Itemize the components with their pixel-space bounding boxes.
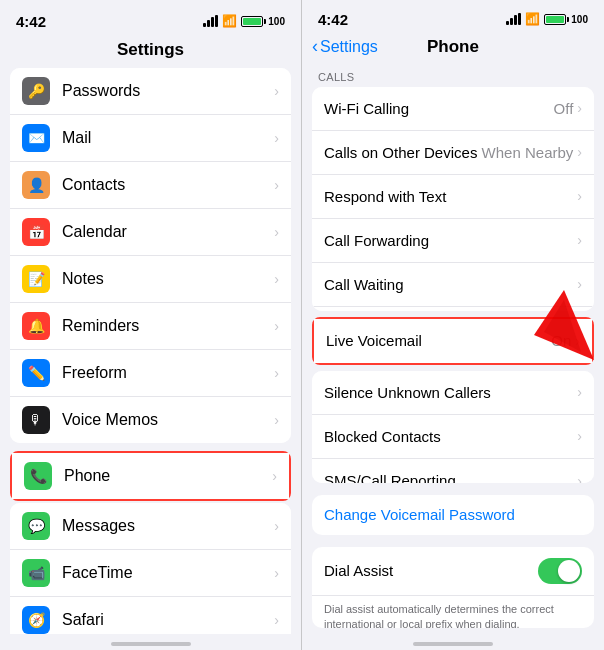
voicemail-list-group: Silence Unknown Callers › Blocked Contac… — [312, 371, 594, 483]
right-status-bar: 4:42 📶 100 — [302, 0, 604, 33]
contacts-icon: 👤 — [22, 171, 50, 199]
freeform-icon: ✏️ — [22, 359, 50, 387]
settings-item-notes[interactable]: 📝 Notes › — [10, 256, 291, 303]
sms-reporting-item[interactable]: SMS/Call Reporting › — [312, 459, 594, 483]
left-panel: 4:42 📶 100 Settings 🔑 — [0, 0, 302, 650]
wifi-calling-label: Wi-Fi Calling — [324, 100, 554, 117]
back-chevron-icon: ‹ — [312, 36, 318, 57]
back-label: Settings — [320, 38, 378, 56]
phone-icon: 📞 — [24, 462, 52, 490]
settings-item-contacts[interactable]: 👤 Contacts › — [10, 162, 291, 209]
dial-assist-label: Dial Assist — [324, 562, 538, 579]
voice-memos-label: Voice Memos — [62, 411, 274, 429]
respond-text-item[interactable]: Respond with Text › — [312, 175, 594, 219]
settings-item-reminders[interactable]: 🔔 Reminders › — [10, 303, 291, 350]
settings-item-voice-memos[interactable]: 🎙 Voice Memos › — [10, 397, 291, 443]
chevron-icon: › — [274, 518, 279, 534]
contacts-label: Contacts — [62, 176, 274, 194]
call-forwarding-item[interactable]: Call Forwarding › — [312, 219, 594, 263]
toggle-thumb — [558, 560, 580, 582]
left-status-bar: 4:42 📶 100 — [0, 0, 301, 36]
change-voicemail-link[interactable]: Change Voicemail Password — [324, 506, 515, 523]
chevron-icon: › — [577, 100, 582, 116]
settings-item-calendar[interactable]: 📅 Calendar › — [10, 209, 291, 256]
reminders-label: Reminders — [62, 317, 274, 335]
right-time: 4:42 — [318, 11, 348, 28]
blocked-contacts-label: Blocked Contacts — [324, 428, 577, 445]
settings-item-freeform[interactable]: ✏️ Freeform › — [10, 350, 291, 397]
calendar-icon: 📅 — [22, 218, 50, 246]
facetime-label: FaceTime — [62, 564, 274, 582]
show-caller-id-item[interactable]: Show My Caller ID › — [312, 307, 594, 311]
chevron-icon: › — [274, 83, 279, 99]
chevron-icon: › — [274, 224, 279, 240]
settings-item-facetime[interactable]: 📹 FaceTime › — [10, 550, 291, 597]
mail-label: Mail — [62, 129, 274, 147]
calls-other-value: When Nearby — [482, 144, 574, 161]
calls-other-label: Calls on Other Devices — [324, 144, 482, 161]
passwords-label: Passwords — [62, 82, 274, 100]
right-panel-wrapper: 4:42 📶 100 — [302, 0, 604, 650]
dial-assist-toggle[interactable] — [538, 558, 582, 584]
wifi-icon: 📶 — [525, 12, 540, 26]
chevron-icon: › — [577, 384, 582, 400]
chevron-icon: › — [577, 428, 582, 444]
messages-label: Messages — [62, 517, 274, 535]
left-status-icons: 📶 100 — [203, 14, 285, 28]
voice-memos-icon: 🎙 — [22, 406, 50, 434]
chevron-icon: › — [577, 232, 582, 248]
right-header: ‹ Settings Phone — [302, 33, 604, 65]
back-button[interactable]: ‹ Settings — [312, 36, 378, 57]
wifi-calling-value: Off — [554, 100, 574, 117]
silence-unknown-item[interactable]: Silence Unknown Callers › — [312, 371, 594, 415]
blocked-contacts-item[interactable]: Blocked Contacts › — [312, 415, 594, 459]
live-voicemail-label: Live Voicemail — [326, 332, 551, 349]
live-voicemail-value: On — [551, 332, 571, 349]
chevron-icon: › — [274, 612, 279, 628]
settings-item-passwords[interactable]: 🔑 Passwords › — [10, 68, 291, 115]
right-panel: 4:42 📶 100 — [302, 0, 604, 650]
safari-icon: 🧭 — [22, 606, 50, 634]
settings-item-messages[interactable]: 💬 Messages › — [10, 503, 291, 550]
call-forwarding-label: Call Forwarding — [324, 232, 577, 249]
live-voicemail-item[interactable]: Live Voicemail On › — [314, 319, 592, 363]
notes-icon: 📝 — [22, 265, 50, 293]
safari-label: Safari — [62, 611, 274, 629]
battery-icon: 100 — [544, 14, 588, 25]
facetime-icon: 📹 — [22, 559, 50, 587]
wifi-calling-item[interactable]: Wi-Fi Calling Off › — [312, 87, 594, 131]
dial-assist-row[interactable]: Dial Assist — [312, 547, 594, 596]
notes-label: Notes — [62, 270, 274, 288]
dial-assist-description: Dial assist automatically determines the… — [312, 596, 594, 628]
chevron-icon: › — [274, 365, 279, 381]
chevron-icon: › — [274, 318, 279, 334]
battery-icon: 100 — [241, 16, 285, 27]
calls-other-devices-item[interactable]: Calls on Other Devices When Nearby › — [312, 131, 594, 175]
phone-label: Phone — [64, 467, 272, 485]
wifi-icon: 📶 — [222, 14, 237, 28]
call-waiting-item[interactable]: Call Waiting › — [312, 263, 594, 307]
reminders-icon: 🔔 — [22, 312, 50, 340]
chevron-icon: › — [575, 333, 580, 349]
chevron-icon: › — [577, 144, 582, 160]
left-header: Settings — [0, 36, 301, 68]
change-voicemail-section[interactable]: Change Voicemail Password — [312, 495, 594, 535]
settings-item-mail[interactable]: ✉️ Mail › — [10, 115, 291, 162]
chevron-icon: › — [274, 565, 279, 581]
settings-item-safari[interactable]: 🧭 Safari › — [10, 597, 291, 634]
live-voicemail-highlighted: Live Voicemail On › — [312, 317, 594, 365]
chevron-icon: › — [274, 412, 279, 428]
call-waiting-label: Call Waiting — [324, 276, 577, 293]
chevron-icon: › — [577, 276, 582, 292]
dial-assist-section: Dial Assist Dial assist automatically de… — [312, 547, 594, 628]
silence-unknown-label: Silence Unknown Callers — [324, 384, 577, 401]
chevron-icon: › — [274, 130, 279, 146]
right-home-indicator — [302, 634, 604, 650]
left-time: 4:42 — [16, 13, 46, 30]
settings-item-phone[interactable]: 📞 Phone › — [12, 453, 289, 499]
left-title: Settings — [117, 40, 184, 59]
freeform-label: Freeform — [62, 364, 274, 382]
chevron-icon: › — [272, 468, 277, 484]
signal-bars-icon — [506, 13, 521, 25]
mail-icon: ✉️ — [22, 124, 50, 152]
